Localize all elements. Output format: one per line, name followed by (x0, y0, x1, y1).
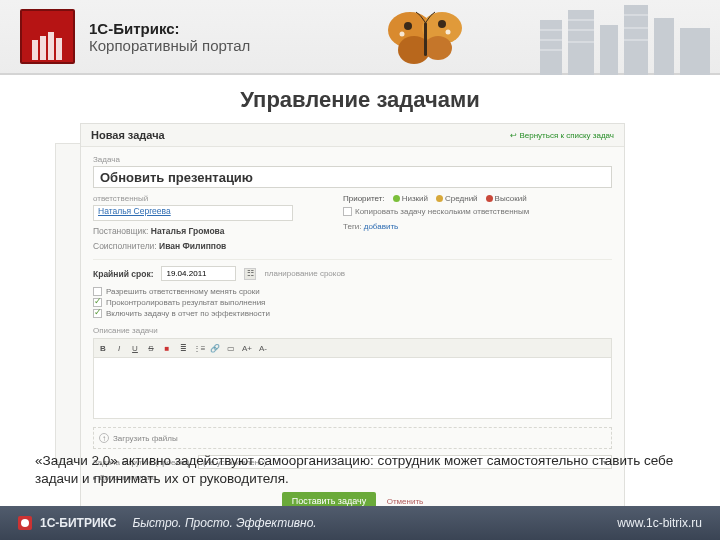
svg-rect-13 (540, 20, 562, 75)
calendar-icon[interactable]: ☷ (244, 268, 256, 280)
brand-line2: Корпоративный портал (89, 37, 250, 54)
task-title-input[interactable] (93, 166, 612, 188)
deadline-input[interactable] (161, 266, 236, 281)
link-icon[interactable]: 🔗 (209, 342, 221, 354)
description-editor[interactable] (93, 357, 612, 419)
priority-row: Приоритет: Низкий Средний Высокий (343, 194, 529, 203)
tags-label: Теги: (343, 222, 362, 231)
brand-text: 1С-Битрикс: Корпоративный портал (89, 20, 250, 54)
svg-point-9 (438, 20, 446, 28)
svg-point-7 (424, 36, 452, 60)
slide-title: Управление задачами (0, 87, 720, 113)
description-label: Описание задачи (93, 326, 612, 335)
svg-rect-2 (48, 32, 54, 60)
opt-allow-change[interactable]: Разрешить ответственному менять сроки (93, 287, 612, 296)
footer-url: www.1c-bitrix.ru (617, 516, 702, 530)
upload-label: Загрузить файлы (113, 434, 178, 443)
slide-caption: «Задачи 2.0» активно задействуют самоорг… (35, 452, 685, 488)
coexec-label: Соисполнители: (93, 241, 157, 251)
image-icon[interactable]: ▭ (225, 342, 237, 354)
svg-point-28 (21, 519, 29, 527)
svg-rect-3 (56, 38, 62, 60)
page-header: 1С-Битрикс: Корпоративный портал (0, 0, 720, 75)
color-icon[interactable]: ■ (161, 342, 173, 354)
opt-control-result[interactable]: Проконтролировать результат выполнения (93, 298, 612, 307)
opt-include-report[interactable]: Включить задачу в отчет по эффективности (93, 309, 612, 318)
priority-high[interactable]: Высокий (486, 194, 527, 203)
checkbox-icon[interactable] (93, 298, 102, 307)
task-name-label: Задача (93, 155, 612, 164)
responsible-value[interactable]: Наталья Сергеева (98, 206, 171, 216)
panel-title: Новая задача (91, 129, 165, 141)
italic-icon[interactable]: I (113, 342, 125, 354)
coexec-value: Иван Филиппов (159, 241, 226, 251)
list-ul-icon[interactable]: ≣ (177, 342, 189, 354)
priority-mid[interactable]: Средний (436, 194, 478, 203)
product-box-icon (20, 9, 75, 64)
brand-line1: 1С-Битрикс: (89, 20, 250, 37)
panel-header: Новая задача Вернуться к списку задач (81, 124, 624, 147)
coexec-row: Соисполнители: Иван Филиппов (93, 241, 313, 251)
responsible-label: ответственный (93, 194, 313, 203)
creator-label: Постановщик: (93, 226, 148, 236)
footer-brand: 1С-БИТРИКС (40, 516, 116, 530)
footer-logo-icon (18, 516, 32, 530)
responsible-input[interactable]: Наталья Сергеева (93, 205, 293, 221)
tags-add-link[interactable]: добавить (364, 222, 399, 231)
duplicate-label: Копировать задачу нескольким ответственн… (355, 207, 529, 216)
font-inc-icon[interactable]: A+ (241, 342, 253, 354)
checkbox-icon[interactable] (93, 309, 102, 318)
svg-rect-1 (40, 36, 46, 60)
cancel-link[interactable]: Отменить (387, 497, 424, 506)
svg-rect-15 (600, 25, 618, 75)
list-ol-icon[interactable]: ⋮≡ (193, 342, 205, 354)
underline-icon[interactable]: U (129, 342, 141, 354)
upload-row[interactable]: ↑ Загрузить файлы (93, 427, 612, 449)
creator-value: Наталья Громова (151, 226, 225, 236)
skyline-icon (530, 0, 720, 79)
priority-label: Приоритет: (343, 194, 385, 203)
svg-rect-17 (654, 18, 674, 75)
checkbox-icon[interactable] (93, 287, 102, 296)
svg-rect-0 (32, 40, 38, 60)
butterfly-icon (380, 8, 470, 77)
footer-slogan: Быстро. Просто. Эффективно. (132, 516, 316, 530)
priority-low[interactable]: Низкий (393, 194, 428, 203)
svg-point-10 (400, 32, 405, 37)
svg-rect-12 (424, 22, 427, 56)
svg-rect-18 (680, 28, 710, 75)
deadline-label: Крайний срок: (93, 269, 153, 279)
duplicate-checkbox[interactable] (343, 207, 352, 216)
duplicate-check-row[interactable]: Копировать задачу нескольким ответственн… (343, 207, 529, 216)
options-block: Разрешить ответственному менять сроки Пр… (93, 287, 612, 318)
creator-row: Постановщик: Наталья Громова (93, 226, 313, 236)
deadline-row: Крайний срок: ☷ планирование сроков (93, 259, 612, 281)
svg-point-11 (446, 30, 451, 35)
strike-icon[interactable]: S (145, 342, 157, 354)
plan-dates-link[interactable]: планирование сроков (264, 269, 345, 278)
back-to-list-link[interactable]: Вернуться к списку задач (510, 131, 614, 140)
upload-icon: ↑ (99, 433, 109, 443)
bold-icon[interactable]: B (97, 342, 109, 354)
tags-row: Теги: добавить (343, 222, 529, 231)
svg-point-8 (404, 22, 412, 30)
page-footer: 1С-БИТРИКС Быстро. Просто. Эффективно. w… (0, 506, 720, 540)
editor-toolbar: B I U S ■ ≣ ⋮≡ 🔗 ▭ A+ A- (93, 338, 612, 357)
font-dec-icon[interactable]: A- (257, 342, 269, 354)
